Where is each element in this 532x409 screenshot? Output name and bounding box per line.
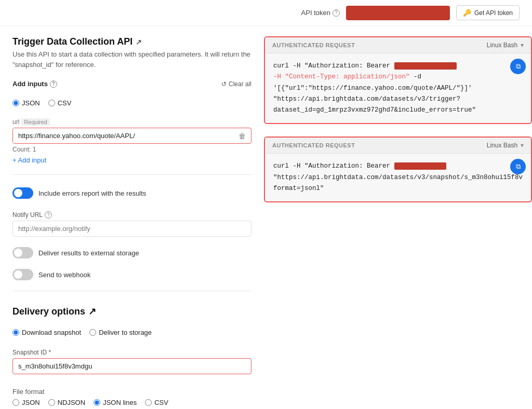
api-token-input [346, 6, 450, 20]
code-panel-1-header: AUTHENTICATED REQUEST Linux Bash ▾ [265, 37, 531, 53]
deliver-external-toggle[interactable] [12, 247, 33, 258]
file-format-csv-text: CSV [154, 399, 168, 406]
code-panel-2: AUTHENTICATED REQUEST Linux Bash ▾ ⧉ cur… [264, 137, 532, 202]
divider-1 [12, 174, 251, 175]
delivery-mode-radio-group: Download snapshot Deliver to storage [12, 329, 251, 336]
deliver-external-label: Deliver results to external storage [38, 249, 139, 257]
file-format-json-label[interactable]: JSON [12, 399, 40, 406]
code-panel-1-lang: Linux Bash [487, 42, 517, 49]
add-inputs-label: Add inputs ? [12, 80, 57, 88]
url-field-section: url Required 🗑 Count: 1 + Add input [12, 118, 251, 164]
top-bar: API token ? 🔑 Get API token [0, 0, 532, 26]
code-panel-2-lang: Linux Bash [487, 142, 517, 149]
code-d-flag: -d [414, 73, 421, 80]
deliver-storage-label: Deliver to storage [99, 329, 152, 336]
get-api-token-button[interactable]: 🔑 Get API token [456, 5, 520, 20]
file-format-jsonlines-label[interactable]: JSON lines [94, 399, 137, 406]
code-line-2: -H "Content-Type: application/json" -d [273, 72, 523, 83]
code-panel-1-title: AUTHENTICATED REQUEST [272, 42, 355, 48]
notify-url-label-text: Notify URL [12, 211, 43, 219]
add-input-label: + Add input [12, 156, 46, 164]
refresh-icon: ↺ [221, 80, 227, 88]
code-panel-1: AUTHENTICATED REQUEST Linux Bash ▾ ⧉ cur… [264, 36, 532, 124]
file-format-csv-radio[interactable] [145, 399, 152, 406]
file-format-jsonlines-radio[interactable] [94, 399, 100, 406]
api-token-help-icon[interactable]: ? [332, 9, 340, 17]
code-line-3: '[{"url":"https://finance.yahoo.com/quot… [273, 83, 523, 94]
code-line-1-text: curl -H "Authorization: Bearer [273, 62, 390, 70]
chevron-down-icon-2[interactable]: ▾ [521, 142, 524, 149]
main-layout: Trigger Data Collection API ↗ Use this A… [0, 26, 532, 409]
download-snapshot-radio[interactable] [12, 329, 19, 336]
json-radio[interactable] [12, 100, 19, 106]
code-line-2-2: "https://api.brightdata.com/datasets/v3/… [273, 172, 523, 183]
redacted-token-2 [394, 162, 446, 170]
include-errors-toggle-row: Include errors report with the results [12, 187, 251, 199]
file-format-csv-label[interactable]: CSV [145, 399, 168, 406]
code-line-2-3: format=jsonl" [273, 183, 523, 194]
file-format-ndjson-radio[interactable] [48, 399, 55, 406]
csv-radio-label[interactable]: CSV [48, 99, 72, 107]
key-icon: 🔑 [463, 9, 471, 17]
csv-radio[interactable] [48, 100, 55, 106]
add-inputs-help-icon[interactable]: ? [50, 80, 57, 88]
send-webhook-toggle-row: Send to webhook [12, 269, 251, 280]
add-inputs-row: Add inputs ? ↺ Clear all [12, 80, 251, 88]
trigger-desc: Use this API to start a data collection … [12, 49, 251, 70]
csv-label: CSV [58, 99, 72, 107]
notify-url-input[interactable] [12, 221, 251, 237]
trash-icon-button[interactable]: 🗑 [233, 129, 251, 143]
add-input-button[interactable]: + Add input [12, 156, 46, 164]
code-panel-2-body: ⧉ curl -H "Authorization: Bearer "https:… [265, 154, 531, 201]
left-panel: Trigger Data Collection API ↗ Use this A… [12, 36, 251, 409]
copy-button-1[interactable]: ⧉ [510, 59, 526, 74]
send-webhook-label: Send to webhook [38, 271, 90, 279]
include-errors-toggle[interactable] [12, 187, 33, 199]
format-radio-group: JSON CSV [12, 99, 251, 107]
code-line-5: dataset_id=gd_1mrpz3vxmz972ghd7&include_… [273, 105, 523, 116]
trigger-title: Trigger Data Collection API ↗ [12, 36, 251, 47]
right-panel: AUTHENTICATED REQUEST Linux Bash ▾ ⧉ cur… [264, 36, 532, 409]
file-format-ndjson-label[interactable]: NDJSON [48, 399, 85, 406]
download-snapshot-label: Download snapshot [22, 329, 81, 336]
json-radio-label[interactable]: JSON [12, 99, 40, 107]
file-format-radio-group: JSON NDJSON JSON lines CSV [12, 399, 251, 406]
code-line-1: curl -H "Authorization: Bearer [273, 61, 523, 72]
deliver-storage-radio-label[interactable]: Deliver to storage [89, 329, 152, 336]
file-format-section: File format JSON NDJSON JSON lines [12, 388, 251, 406]
deliver-external-toggle-row: Deliver results to external storage [12, 247, 251, 258]
deliver-storage-radio[interactable] [89, 329, 96, 336]
url-input[interactable] [13, 128, 233, 143]
add-inputs-text: Add inputs [12, 80, 48, 88]
code-keyword-1: -H "Content-Type: application/json" [273, 73, 410, 80]
code-panel-2-header: AUTHENTICATED REQUEST Linux Bash ▾ [265, 138, 531, 154]
notify-url-section: Notify URL ? [12, 211, 251, 237]
include-errors-label: Include errors report with the results [38, 189, 146, 197]
api-token-label: API token ? [301, 9, 340, 17]
download-snapshot-radio-label[interactable]: Download snapshot [12, 329, 81, 336]
file-format-json-radio[interactable] [12, 399, 19, 406]
delivery-external-link-icon[interactable]: ↗ [88, 306, 96, 317]
divider-2 [12, 291, 251, 291]
clear-all-label: Clear all [229, 80, 251, 88]
copy-button-2[interactable]: ⧉ [510, 159, 526, 174]
snapshot-id-field: Snapshot ID * [12, 349, 251, 374]
notify-url-help-icon[interactable]: ? [45, 211, 52, 219]
chevron-down-icon-1[interactable]: ▾ [521, 42, 524, 49]
file-format-jsonlines-text: JSON lines [103, 399, 137, 406]
file-format-label: File format [12, 388, 251, 396]
trigger-external-link-icon[interactable]: ↗ [136, 38, 142, 46]
code-line-2-1: curl -H "Authorization: Bearer [273, 161, 523, 172]
trigger-section: Trigger Data Collection API ↗ Use this A… [12, 36, 251, 70]
notify-url-field-label: Notify URL ? [12, 211, 251, 219]
code-line-2-1-text: curl -H "Authorization: Bearer [273, 162, 390, 170]
snapshot-id-label: Snapshot ID * [12, 349, 251, 356]
json-label: JSON [22, 99, 40, 107]
send-webhook-toggle[interactable] [12, 269, 33, 280]
snapshot-id-input[interactable] [12, 358, 251, 374]
delivery-title-text: Delivery options [12, 306, 85, 317]
file-format-json-text: JSON [22, 399, 40, 406]
clear-all-button[interactable]: ↺ Clear all [221, 80, 251, 88]
delivery-title: Delivery options ↗ [12, 306, 251, 317]
api-token-text: API token [301, 9, 330, 17]
